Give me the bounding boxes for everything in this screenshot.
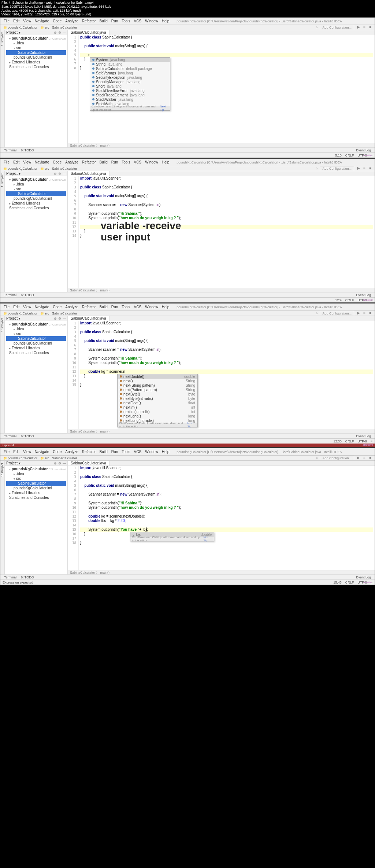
autocomplete-popup-var[interactable]: vlbsdouble Ctrl+Down and Ctrl+Up will mo… xyxy=(130,532,214,541)
editor-tab[interactable]: SabinaCalculator.java xyxy=(68,30,109,35)
code-editor[interactable]: public class SabinaCalculator { public s… xyxy=(79,35,375,143)
tree-idea[interactable]: .idea xyxy=(6,41,66,45)
breadcrumb-file[interactable]: SabinaCalculator xyxy=(51,26,79,29)
run-icon[interactable]: ▶ xyxy=(356,25,361,30)
debug-icon[interactable]: ⌗ xyxy=(361,25,367,30)
tree-root[interactable]: poundsKgCalculator C:\Users\Ave\IdeaProj… xyxy=(6,36,66,41)
search-icon[interactable]: ⌕ xyxy=(314,25,320,30)
gear-icon[interactable]: ⚙ xyxy=(58,31,61,34)
tree-iml[interactable]: poundsKgCalculator.iml xyxy=(6,55,66,60)
editor-breadcrumb: SabinaCalculator 〉 main() xyxy=(68,143,375,147)
left-gutter-tabs[interactable]: 1: Project xyxy=(0,30,5,147)
tool-window-bar[interactable]: Terminal6: TODOEvent Log xyxy=(0,147,375,152)
menubar[interactable]: FileEditViewNavigateCodeAnalyzeRefactorB… xyxy=(0,18,375,25)
ide-window-1: FileEditViewNavigateCodeAnalyzeRefactorB… xyxy=(0,17,375,158)
error-strip: expected xyxy=(0,444,375,447)
terminal-tab[interactable]: Terminal xyxy=(2,148,19,152)
collapse-icon[interactable]: ⊕ xyxy=(54,31,57,34)
ide-window-4: FileEditViewNavigateCodeAnalyzeRefactorB… xyxy=(0,448,375,585)
annotation-text: variable -receive user input xyxy=(101,220,181,243)
todo-tab[interactable]: 6: TODO xyxy=(19,148,36,152)
hide-icon[interactable]: — xyxy=(63,31,66,34)
watermark: stroifoto xyxy=(363,154,373,157)
ide-window-3: FileEditViewNavigateCodeAnalyzeRefactorB… xyxy=(0,303,375,448)
status-bar: 5:10CRLFUTF-8≡ xyxy=(0,152,375,158)
status-message: Expression expected xyxy=(3,581,33,584)
breadcrumb-root[interactable]: poundsKgCalculator xyxy=(2,26,39,29)
tree-src[interactable]: src xyxy=(6,45,66,50)
file-info-header: File: 4. Solution to challenge - weight … xyxy=(0,0,375,17)
event-log-tab[interactable]: Event Log xyxy=(354,148,373,152)
autocomplete-popup-methods[interactable]: nextDouble()double next()String next(Str… xyxy=(117,374,198,427)
tree-ext-libs[interactable]: External Libraries xyxy=(6,60,66,65)
add-configuration-button[interactable]: Add Configuration... xyxy=(320,25,354,30)
stop-icon[interactable]: ■ xyxy=(367,25,373,30)
ide-window-2: FileEditViewNavigateCodeAnalyzeRefactorB… xyxy=(0,158,375,303)
window-path: poundsKgCalculator [C:\Users\Ave\IdeaPro… xyxy=(175,19,373,23)
breadcrumb-toolbar: poundsKgCalculator src SabinaCalculator … xyxy=(0,25,375,30)
editor-area[interactable]: SabinaCalculator.java 12345678 public cl… xyxy=(68,30,375,147)
autocomplete-popup[interactable]: Systemjava.lang Stringjava.lang SabinaCa… xyxy=(90,57,170,111)
breadcrumb-src[interactable]: src xyxy=(39,26,51,29)
project-panel[interactable]: Project ▾⊕⚙— poundsKgCalculator C:\Users… xyxy=(5,30,68,147)
tree-file-selected[interactable]: SabinaCalculator xyxy=(6,50,66,55)
tree-scratches[interactable]: Scratches and Consoles xyxy=(6,65,66,69)
line-gutter: 12345678 xyxy=(68,35,79,143)
